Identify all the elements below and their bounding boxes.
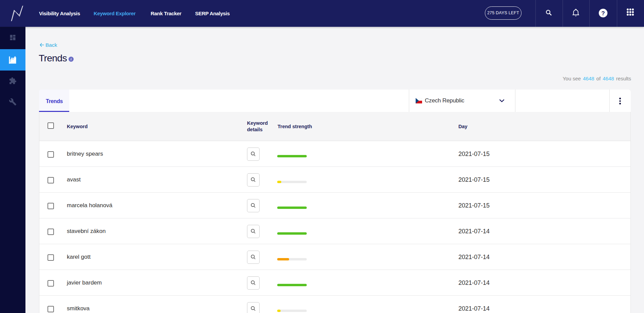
svg-text:?: ? [601, 10, 605, 17]
